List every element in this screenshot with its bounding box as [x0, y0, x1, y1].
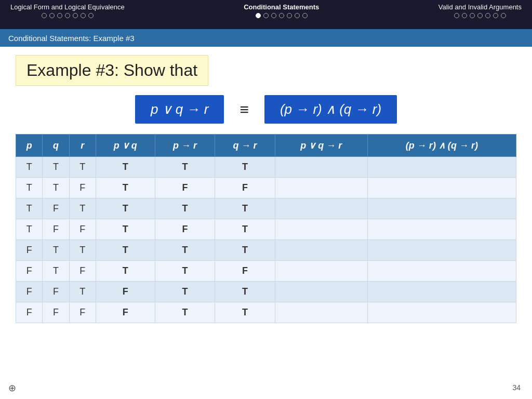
- main-content: Example #3: Show that p ∨ q → r ≡ (p → r…: [0, 47, 532, 331]
- table-cell: T: [155, 157, 215, 178]
- table-cell: F: [69, 178, 96, 198]
- table-cell: F: [215, 178, 275, 198]
- nav-section-right: Valid and Invalid Arguments: [438, 3, 522, 18]
- table-cell: F: [69, 219, 96, 240]
- col-header-p-r: p → r: [155, 135, 215, 157]
- table-row: FTFTTF: [16, 261, 516, 282]
- dot-c-2: [263, 13, 269, 18]
- table-cell: [367, 240, 516, 261]
- subtitle-bar: Conditional Statements: Example #3: [0, 29, 532, 47]
- dot-r-7: [501, 13, 506, 18]
- nav-title-right: Valid and Invalid Arguments: [438, 3, 522, 11]
- dot-2: [49, 13, 55, 18]
- table-cell: [367, 219, 516, 240]
- equivalence-symbol: ≡: [240, 101, 249, 118]
- col-header-r: r: [69, 135, 96, 157]
- table-cell: [275, 219, 367, 240]
- table-cell: F: [16, 302, 43, 323]
- dot-6: [81, 13, 86, 18]
- col-header-q: q: [43, 135, 69, 157]
- table-cell: T: [215, 198, 275, 219]
- dot-c-3: [271, 13, 276, 18]
- table-row: TTFTFF: [16, 178, 516, 198]
- right-expression: (p → r) ∧ (q → r): [280, 101, 381, 117]
- truth-table: p q r p ∨ q p → r q → r p ∨ q → r (p → r…: [16, 134, 516, 323]
- table-cell: [275, 240, 367, 261]
- dot-r-1: [454, 13, 459, 18]
- equivalence-row: p ∨ q → r ≡ (p → r) ∧ (q → r): [16, 95, 516, 124]
- table-cell: T: [96, 178, 155, 198]
- dot-4: [65, 13, 70, 18]
- table-cell: [275, 198, 367, 219]
- dot-r-3: [470, 13, 475, 18]
- table-cell: T: [215, 282, 275, 302]
- table-cell: F: [69, 302, 96, 323]
- corner-crosshair-icon: ⊕: [8, 382, 16, 394]
- table-cell: T: [96, 240, 155, 261]
- table-cell: F: [69, 261, 96, 282]
- dot-r-6: [493, 13, 498, 18]
- dot-c-1: [256, 13, 261, 18]
- table-cell: [367, 198, 516, 219]
- left-expression: p ∨ q → r: [151, 101, 208, 117]
- dot-3: [57, 13, 62, 18]
- table-cell: [367, 302, 516, 323]
- table-row: FFFFTT: [16, 302, 516, 323]
- left-expression-box: p ∨ q → r: [135, 95, 224, 124]
- table-cell: F: [43, 219, 69, 240]
- table-cell: T: [16, 157, 43, 178]
- table-cell: F: [16, 282, 43, 302]
- table-cell: T: [43, 157, 69, 178]
- nav-section-left: Logical Form and Logical Equivalence: [10, 3, 125, 18]
- table-cell: T: [69, 282, 96, 302]
- table-cell: F: [96, 302, 155, 323]
- table-cell: T: [155, 240, 215, 261]
- table-cell: F: [43, 302, 69, 323]
- table-cell: T: [69, 198, 96, 219]
- table-cell: [367, 157, 516, 178]
- table-row: TFTTTT: [16, 198, 516, 219]
- table-cell: [275, 282, 367, 302]
- table-cell: F: [43, 198, 69, 219]
- table-cell: [275, 157, 367, 178]
- nav-dots-center: [256, 13, 308, 18]
- dot-c-5: [287, 13, 292, 18]
- dot-r-5: [485, 13, 490, 18]
- table-cell: F: [215, 261, 275, 282]
- table-cell: T: [155, 261, 215, 282]
- table-cell: T: [215, 240, 275, 261]
- table-cell: T: [215, 157, 275, 178]
- table-cell: F: [16, 240, 43, 261]
- table-cell: T: [16, 219, 43, 240]
- example-title-box: Example #3: Show that: [16, 55, 208, 86]
- page-number: 34: [512, 383, 521, 392]
- table-cell: [367, 178, 516, 198]
- table-cell: T: [43, 240, 69, 261]
- table-cell: [275, 302, 367, 323]
- col-header-pvq-r: p ∨ q → r: [275, 135, 367, 157]
- table-cell: [367, 282, 516, 302]
- nav-title-center: Conditional Statements: [244, 3, 319, 11]
- right-expression-box: (p → r) ∧ (q → r): [264, 95, 397, 124]
- table-cell: T: [43, 261, 69, 282]
- table-cell: [275, 261, 367, 282]
- top-navigation-bar: Logical Form and Logical Equivalence Con…: [0, 0, 532, 29]
- dot-r-4: [477, 13, 483, 18]
- table-cell: T: [155, 282, 215, 302]
- table-cell: T: [96, 198, 155, 219]
- table-cell: T: [96, 157, 155, 178]
- dot-7: [88, 13, 94, 18]
- col-header-pvq: p ∨ q: [96, 135, 155, 157]
- table-cell: [275, 178, 367, 198]
- table-cell: F: [155, 178, 215, 198]
- dot-5: [73, 13, 78, 18]
- dot-r-2: [462, 13, 467, 18]
- table-cell: F: [43, 282, 69, 302]
- table-row: FTTTTT: [16, 240, 516, 261]
- table-cell: T: [16, 178, 43, 198]
- table-header-row: p q r p ∨ q p → r q → r p ∨ q → r (p → r…: [16, 135, 516, 157]
- table-cell: T: [96, 261, 155, 282]
- nav-title-left: Logical Form and Logical Equivalence: [10, 3, 125, 11]
- col-header-q-r: q → r: [215, 135, 275, 157]
- table-cell: T: [215, 219, 275, 240]
